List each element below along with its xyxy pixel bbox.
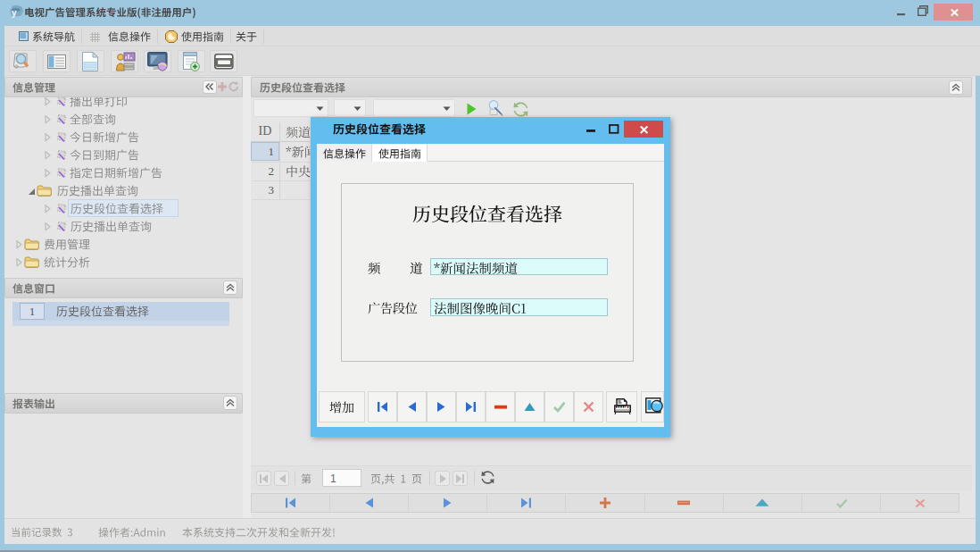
- svg-text:y: y: [12, 8, 17, 18]
